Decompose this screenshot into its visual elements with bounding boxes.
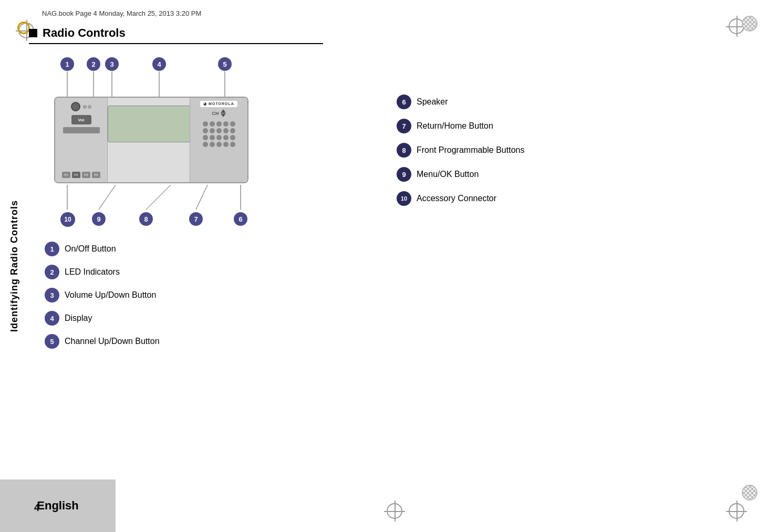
right-legend-label-6: Speaker: [417, 97, 448, 107]
badge-3: 3: [105, 57, 119, 71]
legend-label-4: Display: [65, 314, 92, 323]
legend-item-2: 2 LED Indicators: [45, 265, 160, 279]
right-legend: 6 Speaker 7 Return/Home Button 8 Front P…: [397, 95, 524, 215]
svg-line-6: [99, 185, 116, 210]
legend-label-3: Volume Up/Down Button: [65, 290, 156, 300]
radio-device: Vol P1 P2 P3 P4 ◕ MOTOROLA CH: [54, 97, 248, 183]
svg-line-7: [146, 185, 171, 210]
legend-label-2: LED Indicators: [65, 267, 120, 277]
svg-line-8: [196, 185, 207, 210]
section-title-text: Radio Controls: [43, 26, 126, 40]
badge-9: 9: [92, 212, 106, 226]
sidebar-tab: Identifying Radio Controls: [0, 0, 29, 532]
badge-5: 5: [218, 57, 232, 71]
english-label: English: [37, 499, 78, 513]
legend-item-3: 3 Volume Up/Down Button: [45, 288, 160, 302]
right-legend-label-10: Accessory Connector: [417, 194, 496, 203]
right-legend-label-7: Return/Home Button: [417, 121, 493, 131]
file-info: NAG.book Page 4 Monday, March 25, 2013 3…: [42, 9, 201, 17]
badge-8: 8: [139, 212, 153, 226]
legend-item-1: 1 On/Off Button: [45, 242, 160, 256]
section-title: Radio Controls: [29, 26, 323, 44]
legend-label-1: On/Off Button: [65, 244, 116, 254]
legend-item-5: 5 Channel Up/Down Button: [45, 334, 160, 349]
badge-7: 7: [189, 212, 203, 226]
badge-10: 10: [60, 212, 75, 227]
right-legend-item-8: 8 Front Programmable Buttons: [397, 143, 524, 158]
right-legend-label-9: Menu/OK Button: [417, 170, 479, 179]
right-legend-item-9: 9 Menu/OK Button: [397, 167, 524, 182]
badge-2: 2: [87, 57, 100, 71]
badge-1: 1: [60, 57, 74, 71]
badge-4: 4: [152, 57, 166, 71]
legend-label-5: Channel Up/Down Button: [65, 337, 160, 346]
section-prefix: [29, 29, 37, 37]
page-number: 4: [34, 503, 39, 514]
right-legend-label-8: Front Programmable Buttons: [417, 145, 524, 155]
badge-6-bottom: 6: [234, 212, 247, 226]
right-legend-item-6: 6 Speaker: [397, 95, 524, 109]
left-legend: 1 On/Off Button 2 LED Indicators 3 Volum…: [45, 242, 160, 357]
right-legend-item-7: 7 Return/Home Button: [397, 119, 524, 133]
legend-item-4: 4 Display: [45, 311, 160, 326]
right-legend-item-10: 10 Accessory Connector: [397, 191, 524, 206]
